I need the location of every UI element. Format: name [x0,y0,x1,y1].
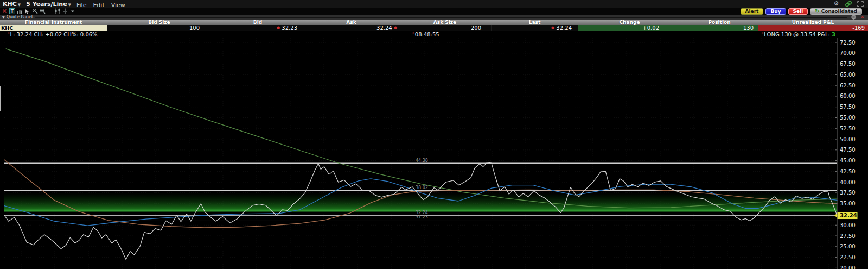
quote-cell-ask[interactable]: 32.24 ● [304,25,399,31]
column-header-ask[interactable]: Ask [304,20,399,25]
position-legend: *LONG 130 @ 33.54 P&L: 3 [762,32,835,37]
y-tick-label: 30.00 [840,222,856,228]
quote-cell-financial-instrument[interactable]: KHC [0,25,107,31]
y-tick-label: 45.00 [840,158,856,164]
window-controls: ⚙ [833,1,865,7]
position-zone-band [4,193,837,212]
quote-cell-position[interactable]: 130 [681,25,758,31]
cursor-icon[interactable] [24,8,30,14]
quote-table-row[interactable]: KHC100● 32.2332.24 ●200● 32.24+0.02130-1… [0,25,868,31]
reference-line-label: 31.23 [416,215,428,220]
quote-panel-titlebar[interactable]: ▼ Quote Panel ✕ [0,15,868,20]
y-tick-label: 57.50 [840,104,856,110]
zoom-out-icon[interactable] [39,8,46,14]
menu-file[interactable]: File [76,2,86,9]
column-header-unrealized-p-l[interactable]: Unrealized P&L [758,20,868,25]
trading-workstation-window: KHC▼ 5 Years/Line▼ FileEditView ⚙ T Aler… [0,0,868,269]
menubar: KHC▼ 5 Years/Line▼ FileEditView ⚙ [0,0,868,8]
chevron-down-icon: ▼ [68,3,71,7]
y-tick-label: 70.00 [840,50,856,56]
price-chart-canvas[interactable]: 44.3838.0232.2431.2372.5070.0067.5065.00… [0,38,868,269]
dropdown-caret-icon[interactable] [69,8,76,14]
tick-marker-icon: ● [551,26,554,30]
svg-text:T: T [10,9,14,14]
y-tick-label: 20.00 [840,265,856,269]
symbol-selector[interactable]: KHC▼ [3,1,21,8]
tick-marker-icon: ● [277,26,280,30]
tick-marker-icon: ● [394,26,397,30]
fullscreen-icon[interactable] [857,1,864,7]
link-icon[interactable] [845,1,852,7]
order-buttons: AlertBuySell↻Consolidated [741,8,868,15]
y-tick-label: 47.50 [840,147,856,153]
last-price-legend: *L: 32.24 CH: +0.02 CH%: 0.06% [8,32,98,37]
quote-cell-unrealized-p-l[interactable]: -169 [758,25,868,31]
quote-panel-title: Quote Panel [7,15,33,20]
y-tick-label: 60.00 [840,93,856,99]
column-header-change[interactable]: Change [578,20,681,25]
y-tick-label: 25.00 [840,243,856,249]
y-tick-label: 40.00 [840,179,856,185]
quote-cell-last[interactable]: ● 32.24 [491,25,578,31]
y-tick-label: 52.50 [840,126,856,132]
update-marker-icon: * [762,32,764,36]
y-tick-label: 62.50 [840,83,856,89]
column-header-position[interactable]: Position [681,20,758,25]
alert-button[interactable]: Alert [741,8,764,15]
y-tick-label: 22.50 [840,254,856,260]
menu-view[interactable]: View [111,2,125,9]
menu-edit[interactable]: Edit [93,2,104,9]
quote-cell-change[interactable]: +0.02 [578,25,681,31]
column-header-ask-size[interactable]: Ask Size [399,20,491,25]
crosshair-icon[interactable] [47,8,53,14]
column-header-financial-instrument[interactable]: Financial Instrument [0,20,107,25]
price-chart[interactable]: 44.3838.0232.2431.2372.5070.0067.5065.00… [0,38,868,269]
y-tick-label: 67.50 [840,61,856,67]
pnl-value: 3 [832,32,835,37]
left-edge-marker [0,86,1,111]
quote-cell-bid-size[interactable]: 100 [107,25,212,31]
quote-cell-bid[interactable]: ● 32.23 [212,25,304,31]
zoom-in-icon[interactable] [31,8,38,14]
collapse-caret-icon[interactable]: ▼ [2,15,5,19]
chart-type-icon[interactable] [16,8,23,14]
column-header-bid-size[interactable]: Bid Size [107,20,212,25]
text-tool-icon[interactable]: T [9,8,15,14]
y-tick-label: 50.00 [840,136,856,142]
y-tick-label: 72.50 [840,40,856,46]
timeframe-selector[interactable]: 5 Years/Line▼ [26,1,71,8]
y-tick-label: 55.00 [840,115,856,121]
candles-compress-icon[interactable] [62,8,68,14]
quote-table-header: Financial InstrumentBid SizeBidAskAsk Si… [0,20,868,25]
candles-expand-icon[interactable] [54,8,61,14]
column-header-bid[interactable]: Bid [212,20,304,25]
reference-line-label: 44.38 [416,158,428,163]
titlebar-rule [35,17,847,18]
update-marker-icon: * [8,32,10,36]
close-icon[interactable] [1,8,8,14]
y-tick-label: 65.00 [840,72,856,78]
sell-button[interactable]: Sell [788,8,808,15]
update-marker-icon: * [412,32,414,36]
reference-line-label: 38.02 [416,185,428,190]
price-tag-arrow [834,214,837,218]
menu-items: FileEditView [76,0,132,9]
chart-status-row: *L: 32.24 CH: +0.02 CH%: 0.06% *08:48:55… [0,31,868,38]
buy-button[interactable]: Buy [765,8,786,15]
y-tick-label: 35.00 [840,201,856,207]
column-header-last[interactable]: Last [491,20,578,25]
toolbar-icons: T [1,8,76,14]
quote-time: *08:48:55 [382,32,469,37]
y-tick-label: 42.50 [840,168,856,174]
quote-cell-ask-size[interactable]: 200 [399,25,491,31]
gear-icon[interactable]: ⚙ [833,1,840,7]
chevron-down-icon: ▼ [18,3,21,7]
current-price-label: 32.24 [840,212,857,218]
y-tick-label: 37.50 [840,190,856,196]
y-tick-label: 27.50 [840,233,856,239]
